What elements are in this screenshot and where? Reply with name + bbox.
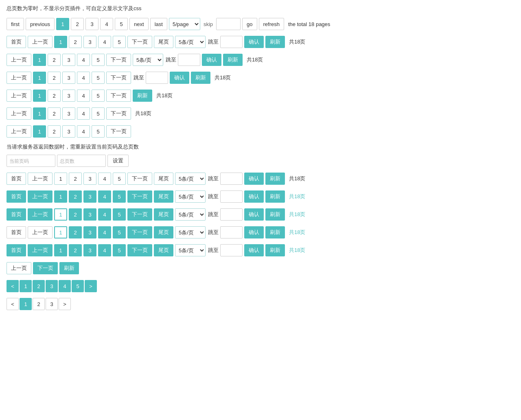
jump-input-2[interactable] bbox=[178, 54, 200, 66]
btn-page-4[interactable]: 4 bbox=[100, 18, 113, 30]
mini-btn-p1-1[interactable]: 1 bbox=[20, 280, 32, 292]
per-page-select-t2[interactable]: 5条/页 10条/页 bbox=[175, 208, 206, 221]
btn-zh-p5-3[interactable]: 5 bbox=[92, 72, 105, 84]
mini-btn-prev-2[interactable]: < bbox=[7, 298, 19, 310]
btn-refresh-t1[interactable]: 刷新 bbox=[265, 190, 285, 203]
btn-zh-p3-t3[interactable]: 3 bbox=[83, 226, 96, 238]
jump-input-d[interactable] bbox=[220, 173, 243, 185]
jump-input-t3[interactable] bbox=[220, 226, 243, 238]
per-page-select[interactable]: 5/page 10/page 20/page bbox=[169, 18, 200, 30]
btn-zh-first-1[interactable]: 首页 bbox=[7, 36, 26, 48]
btn-zh-next-6[interactable]: 下一页 bbox=[106, 125, 131, 138]
btn-zh-prev-5[interactable]: 上一页 bbox=[7, 107, 31, 120]
btn-confirm-1[interactable]: 确认 bbox=[244, 36, 264, 48]
btn-confirm-t4[interactable]: 确认 bbox=[244, 244, 264, 256]
btn-refresh-t3[interactable]: 刷新 bbox=[265, 226, 285, 238]
btn-refresh-t2[interactable]: 刷新 bbox=[265, 208, 285, 221]
mini-btn-p1-2[interactable]: 1 bbox=[20, 298, 32, 310]
btn-zh-p1-t1[interactable]: 1 bbox=[54, 190, 67, 203]
btn-zh-p1-4[interactable]: 1 bbox=[33, 90, 46, 102]
btn-first[interactable]: first bbox=[7, 18, 24, 30]
btn-zh-p3-3[interactable]: 3 bbox=[62, 72, 75, 84]
btn-zh-prev-6[interactable]: 上一页 bbox=[7, 125, 31, 138]
btn-zh-p2-6[interactable]: 2 bbox=[48, 125, 61, 138]
btn-zh-p3-5[interactable]: 3 bbox=[62, 107, 75, 120]
btn-last[interactable]: last bbox=[150, 18, 167, 30]
btn-simple-prev[interactable]: 上一页 bbox=[7, 262, 31, 274]
btn-zh-p3-d[interactable]: 3 bbox=[83, 173, 96, 185]
btn-simple-next[interactable]: 下一页 bbox=[33, 262, 58, 274]
btn-zh-p2-2[interactable]: 2 bbox=[48, 54, 61, 66]
btn-zh-p2-1[interactable]: 2 bbox=[69, 36, 82, 48]
btn-zh-prev-d[interactable]: 上一页 bbox=[28, 173, 53, 185]
btn-zh-p1-1[interactable]: 1 bbox=[54, 36, 67, 48]
btn-confirm-2[interactable]: 确认 bbox=[202, 54, 221, 66]
btn-zh-first-t4[interactable]: 首页 bbox=[7, 244, 26, 256]
btn-zh-prev-2[interactable]: 上一页 bbox=[7, 54, 31, 66]
btn-zh-p2-d[interactable]: 2 bbox=[69, 173, 82, 185]
btn-zh-prev-4[interactable]: 上一页 bbox=[7, 90, 31, 102]
mini-btn-p2-1[interactable]: 2 bbox=[33, 280, 45, 292]
btn-zh-p3-6[interactable]: 3 bbox=[62, 125, 75, 138]
btn-refresh-2[interactable]: 刷新 bbox=[223, 54, 243, 66]
jump-input-1[interactable] bbox=[220, 36, 243, 48]
btn-zh-p5-5[interactable]: 5 bbox=[92, 107, 105, 120]
btn-zh-p3-t2[interactable]: 3 bbox=[83, 208, 96, 221]
btn-zh-p4-2[interactable]: 4 bbox=[77, 54, 90, 66]
mini-btn-p3-2[interactable]: 3 bbox=[46, 298, 58, 310]
per-page-select-1[interactable]: 5条/页 10条/页 bbox=[175, 36, 206, 48]
btn-zh-p5-2[interactable]: 5 bbox=[92, 54, 105, 66]
btn-refresh-d[interactable]: 刷新 bbox=[265, 173, 285, 185]
mini-btn-p5-1[interactable]: 5 bbox=[72, 280, 84, 292]
btn-simple-refresh[interactable]: 刷新 bbox=[59, 262, 79, 274]
mini-btn-p4-1[interactable]: 4 bbox=[59, 280, 71, 292]
btn-zh-last-t2[interactable]: 尾页 bbox=[154, 208, 173, 221]
btn-zh-p4-3[interactable]: 4 bbox=[77, 72, 90, 84]
btn-zh-p2-t4[interactable]: 2 bbox=[69, 244, 82, 256]
per-page-select-t4[interactable]: 5条/页 10条/页 bbox=[175, 244, 206, 256]
btn-zh-p4-4[interactable]: 4 bbox=[77, 90, 90, 102]
btn-zh-next-5[interactable]: 下一页 bbox=[106, 107, 131, 120]
btn-zh-p3-t4[interactable]: 3 bbox=[83, 244, 96, 256]
btn-zh-p2-t2[interactable]: 2 bbox=[69, 208, 82, 221]
btn-zh-p1-6[interactable]: 1 bbox=[33, 125, 46, 138]
btn-zh-next-t1[interactable]: 下一页 bbox=[127, 190, 152, 203]
btn-zh-p2-t1[interactable]: 2 bbox=[69, 190, 82, 203]
btn-previous[interactable]: previous bbox=[26, 18, 55, 30]
btn-zh-p4-t3[interactable]: 4 bbox=[98, 226, 111, 238]
btn-zh-prev-1[interactable]: 上一页 bbox=[28, 36, 53, 48]
btn-zh-p5-4[interactable]: 5 bbox=[92, 90, 105, 102]
btn-go[interactable]: go bbox=[242, 18, 257, 30]
mini-btn-next-1[interactable]: > bbox=[85, 280, 97, 292]
btn-zh-last-d[interactable]: 尾页 bbox=[154, 173, 173, 185]
per-page-select-t1[interactable]: 5条/页 10条/页 bbox=[175, 190, 206, 203]
mini-btn-p2-2[interactable]: 2 bbox=[33, 298, 45, 310]
btn-zh-p3-2[interactable]: 3 bbox=[62, 54, 75, 66]
btn-next[interactable]: next bbox=[129, 18, 149, 30]
mini-btn-p3-1[interactable]: 3 bbox=[46, 280, 58, 292]
btn-refresh-3[interactable]: 刷新 bbox=[191, 72, 210, 84]
btn-zh-p1-3[interactable]: 1 bbox=[33, 72, 46, 84]
btn-zh-next-t4[interactable]: 下一页 bbox=[127, 244, 152, 256]
btn-zh-p1-d[interactable]: 1 bbox=[54, 173, 67, 185]
btn-zh-next-d[interactable]: 下一页 bbox=[127, 173, 152, 185]
btn-refresh-1[interactable]: 刷新 bbox=[265, 36, 285, 48]
btn-zh-p2-3[interactable]: 2 bbox=[48, 72, 61, 84]
btn-zh-p1-t3[interactable]: 1 bbox=[54, 226, 67, 238]
btn-zh-last-t3[interactable]: 尾页 bbox=[154, 226, 173, 238]
btn-zh-last-1[interactable]: 尾页 bbox=[154, 36, 173, 48]
jump-input-t1[interactable] bbox=[220, 190, 243, 203]
btn-zh-p4-t1[interactable]: 4 bbox=[98, 190, 111, 203]
btn-zh-p1-t2[interactable]: 1 bbox=[54, 208, 67, 221]
btn-zh-prev-3[interactable]: 上一页 bbox=[7, 72, 31, 84]
btn-zh-next-3[interactable]: 下一页 bbox=[106, 72, 131, 84]
btn-zh-p3-1[interactable]: 3 bbox=[83, 36, 96, 48]
btn-zh-p5-t4[interactable]: 5 bbox=[113, 244, 126, 256]
btn-zh-last-t1[interactable]: 尾页 bbox=[154, 190, 173, 203]
btn-zh-prev-t4[interactable]: 上一页 bbox=[28, 244, 53, 256]
btn-page-1[interactable]: 1 bbox=[56, 18, 69, 30]
jump-input-t2[interactable] bbox=[220, 208, 243, 221]
btn-zh-next-t2[interactable]: 下一页 bbox=[127, 208, 152, 221]
btn-refresh[interactable]: refresh bbox=[259, 18, 284, 30]
btn-refresh-t4[interactable]: 刷新 bbox=[265, 244, 285, 256]
